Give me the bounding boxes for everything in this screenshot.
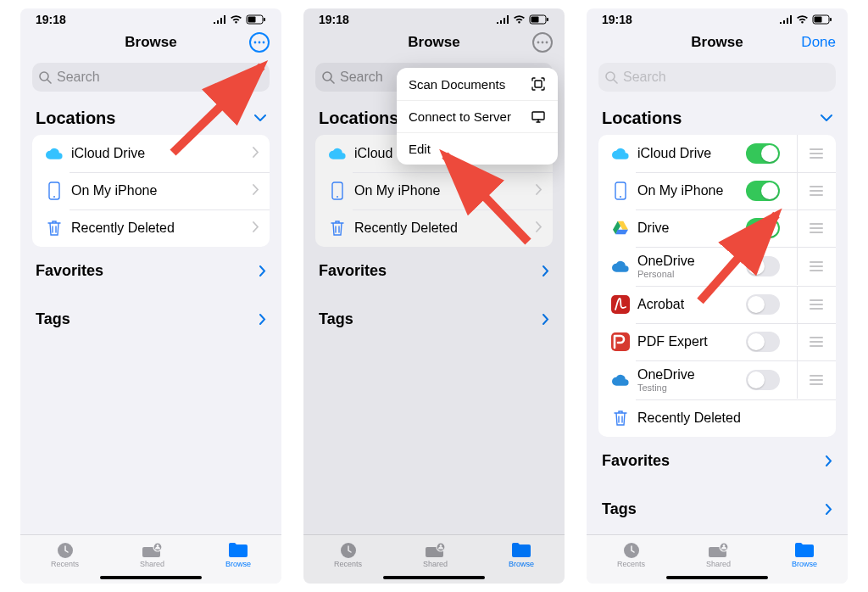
tags-row[interactable]: Tags	[20, 295, 281, 343]
search-input[interactable]: Search	[32, 63, 270, 92]
favorites-row[interactable]: Favorites	[20, 247, 281, 295]
done-button[interactable]: Done	[801, 34, 836, 51]
more-menu: Scan Documents Connect to Server Edit	[397, 68, 558, 165]
wifi-icon	[513, 15, 526, 25]
svg-rect-27	[535, 81, 542, 87]
svg-point-36	[620, 196, 621, 198]
search-icon	[322, 71, 335, 84]
search-icon	[39, 71, 52, 84]
tab-shared[interactable]: Shared	[423, 540, 448, 568]
search-placeholder: Search	[340, 70, 383, 85]
page-title: Browse	[408, 34, 459, 51]
home-indicator[interactable]	[666, 576, 768, 579]
drag-handle[interactable]	[797, 135, 826, 172]
location-row-onmyiphone[interactable]: On My iPhone	[32, 172, 270, 209]
favorites-row[interactable]: Favorites	[303, 247, 565, 295]
cloud-icon	[609, 148, 632, 159]
edit-location-row: Acrobat	[598, 286, 836, 323]
tab-browse[interactable]: Browse	[509, 540, 534, 568]
tab-recents[interactable]: Recents	[334, 540, 362, 568]
drag-handle[interactable]	[797, 248, 826, 285]
drag-handle[interactable]	[797, 286, 826, 323]
status-time: 19:18	[319, 13, 349, 26]
home-indicator[interactable]	[100, 576, 202, 579]
svg-point-23	[337, 196, 338, 198]
svg-rect-15	[531, 17, 539, 23]
status-bar: 19:18	[303, 8, 565, 25]
toggle[interactable]	[746, 143, 780, 164]
ellipsis-circle-icon	[532, 32, 553, 53]
location-row-icloud[interactable]: iCloud Drive	[32, 135, 270, 172]
status-indicators	[213, 14, 266, 25]
location-row-trash[interactable]: Recently Deleted	[32, 209, 270, 247]
toggle[interactable]	[746, 181, 780, 201]
tab-browse[interactable]: Browse	[225, 540, 251, 568]
toggle[interactable]	[746, 332, 780, 352]
edit-location-row: Drive	[598, 209, 836, 247]
svg-point-19	[546, 42, 548, 44]
edit-location-row: OneDriveTesting	[598, 360, 836, 399]
phone-step-1: 19:18 Browse Search Locations iCloud Dri…	[20, 8, 281, 584]
chevron-right-icon	[542, 265, 549, 276]
svg-point-5	[263, 42, 265, 44]
chevron-right-icon	[253, 146, 259, 161]
svg-rect-32	[830, 18, 832, 21]
page-title: Browse	[691, 34, 743, 51]
tab-browse[interactable]: Browse	[792, 540, 817, 568]
more-button[interactable]	[249, 32, 270, 53]
row-label: Recently Deleted	[637, 410, 826, 426]
menu-connect-server[interactable]: Connect to Server	[397, 101, 558, 133]
svg-line-21	[331, 80, 334, 83]
menu-edit[interactable]: Edit	[397, 133, 558, 165]
drag-handle[interactable]	[797, 209, 826, 247]
tab-shared[interactable]: Shared	[706, 540, 731, 568]
chevron-down-icon	[821, 114, 832, 122]
locations-header[interactable]: Locations	[587, 92, 848, 135]
signal-icon	[779, 15, 793, 24]
svg-line-7	[47, 80, 51, 83]
row-label: OneDrivePersonal	[637, 254, 746, 280]
svg-line-34	[614, 80, 617, 83]
content: Locations iCloud Drive On My iPhone Rece…	[20, 92, 281, 534]
locations-edit-list: iCloud DriveOn My iPhoneDriveOneDrivePer…	[598, 135, 836, 437]
row-label: PDF Expert	[637, 334, 746, 349]
tags-row[interactable]: Tags	[587, 485, 848, 533]
location-row-onmyiphone[interactable]: On My iPhone	[315, 172, 553, 209]
pdfx-icon	[609, 332, 632, 351]
chevron-right-icon	[536, 183, 542, 198]
tab-recents[interactable]: Recents	[51, 540, 79, 568]
battery-icon	[529, 14, 549, 25]
drag-handle[interactable]	[797, 172, 826, 209]
svg-rect-2	[264, 18, 265, 21]
toggle[interactable]	[746, 218, 780, 238]
tab-recents[interactable]: Recents	[617, 540, 645, 568]
edit-location-row: PDF Expert	[598, 323, 836, 360]
location-row-trash[interactable]: Recently Deleted	[315, 209, 553, 247]
signal-icon	[496, 15, 509, 24]
status-indicators	[779, 14, 832, 25]
toggle[interactable]	[746, 256, 780, 276]
toggle[interactable]	[746, 370, 780, 390]
wifi-icon	[230, 15, 242, 25]
drag-handle[interactable]	[797, 323, 826, 360]
content: Locations iCloud DriveOn My iPhoneDriveO…	[587, 92, 848, 534]
cloud-grey-icon	[609, 374, 632, 386]
phone-step-3: 19:18 Browse Done Search Locations iClou…	[587, 8, 848, 584]
edit-location-row: iCloud Drive	[598, 135, 836, 172]
signal-icon	[213, 15, 226, 24]
locations-header[interactable]: Locations	[20, 92, 281, 135]
gdrive-icon	[609, 221, 632, 236]
menu-scan-documents[interactable]: Scan Documents	[397, 68, 558, 101]
favorites-row[interactable]: Favorites	[587, 437, 848, 485]
cloud-grey-icon	[609, 260, 632, 272]
svg-point-12	[156, 545, 159, 547]
toggle[interactable]	[746, 294, 780, 315]
tags-row[interactable]: Tags	[303, 295, 565, 343]
tab-shared[interactable]: Shared	[140, 540, 164, 568]
nav-bar: Browse	[303, 25, 565, 59]
more-button[interactable]	[532, 32, 553, 53]
row-label: Drive	[637, 221, 746, 236]
svg-point-4	[259, 42, 261, 44]
home-indicator[interactable]	[383, 576, 485, 579]
drag-handle[interactable]	[797, 361, 826, 399]
